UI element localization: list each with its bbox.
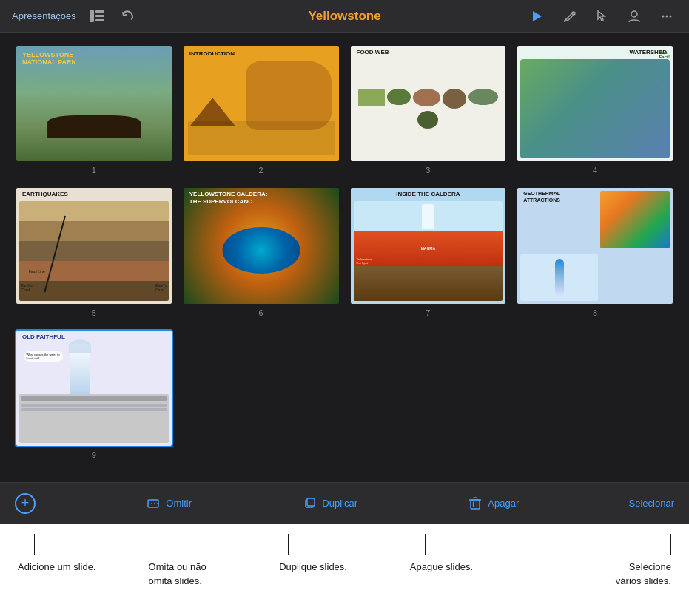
svg-rect-1 [95,10,104,13]
slide-thumb-2[interactable]: INTRODUCTION [182,44,340,163]
slide-number-9: 9 [92,450,96,459]
slide-number-4: 4 [593,166,597,175]
slide-item-7[interactable]: INSIDE THE CALDERA MAGMA YellowstoneHot … [349,186,508,317]
slide-thumb-7[interactable]: INSIDE THE CALDERA MAGMA YellowstoneHot … [349,186,508,305]
slide-item-8[interactable]: GEOTHERMALATTRACTIONS 8 [516,186,674,317]
slide-item-2[interactable]: INTRODUCTION 2 [182,44,340,175]
slide-item-5[interactable]: EARTHQUAKES Fault Line Earth'sCrust Eart… [15,186,173,317]
delete-label: Apagar [488,498,519,509]
tooltip-add: Adicione um slide. [18,534,149,575]
svg-rect-0 [90,10,94,22]
back-button[interactable]: Apresentações [12,10,76,21]
tooltip-delete-text: Apague slides. [410,561,473,575]
svg-rect-3 [95,19,104,21]
slide-thumb-1[interactable]: YELLOWSTONENATIONAL PARK [15,44,173,163]
slide-item-6[interactable]: YELLOWSTONE CALDERA:THE SUPERVOLCANO 6 [182,186,340,317]
bottom-toolbar: + Omitir Duplicar [0,482,689,524]
tooltip-select-text: Selecione vários slides. [616,561,671,589]
undo-button[interactable] [118,6,138,27]
slide-number-7: 7 [426,308,430,317]
top-bar: Apresentações Yellowstone [0,0,689,33]
delete-button[interactable]: Apagar [467,495,519,512]
slide-number-3: 3 [426,166,430,175]
add-slide-icon: + [15,493,36,514]
tooltip-duplicate-text: Duplique slides. [279,561,347,575]
top-bar-right [526,6,677,27]
tooltip-duplicate: Duplique slides. [279,534,410,575]
slide-number-1: 1 [92,166,96,175]
svg-rect-15 [471,500,480,509]
delete-icon [467,495,483,512]
svg-point-8 [666,15,668,17]
tooltip-delete: Apague slides. [410,534,541,575]
slide-grid-area: YELLOWSTONENATIONAL PARK 1 INTRODUCTION … [0,33,689,482]
tooltip-omit-text: Omita ou não omita slides. [149,561,206,589]
slide-item-4[interactable]: WATERSHED FunFact! 4 [516,44,674,175]
omit-label: Omitir [166,498,192,509]
slide-number-2: 2 [259,166,263,175]
omit-button[interactable]: Omitir [145,495,192,512]
slide-thumb-6[interactable]: YELLOWSTONE CALDERA:THE SUPERVOLCANO [182,186,340,305]
svg-point-9 [670,15,672,17]
slide-item-9[interactable]: OLD FAITHFUL What causes the water to bu… [15,329,173,459]
slide-number-6: 6 [259,308,263,317]
select-button[interactable]: Selecionar [629,498,674,509]
slide-number-8: 8 [593,308,597,317]
svg-rect-11 [148,500,158,507]
svg-rect-2 [95,15,104,17]
add-slide-button[interactable]: + [15,493,36,514]
sidebar-toggle-button[interactable] [87,6,107,27]
slide-thumb-3[interactable]: FOOD WEB [349,44,508,163]
slide-thumb-4[interactable]: WATERSHED FunFact! [516,44,674,163]
duplicate-button[interactable]: Duplicar [301,495,357,512]
select-label: Selecionar [629,498,674,509]
slide-item-3[interactable]: FOOD WEB 3 [349,44,508,175]
tooltip-area: Adicione um slide. Omita ou não omita sl… [0,524,689,616]
collaborate-button[interactable] [624,6,645,27]
presentation-title: Yellowstone [308,9,380,24]
more-button[interactable] [656,6,677,27]
svg-rect-14 [307,498,315,506]
slide-thumb-5[interactable]: EARTHQUAKES Fault Line Earth'sCrust Eart… [15,186,173,305]
play-button[interactable] [526,6,547,27]
slide-number-5: 5 [92,308,96,317]
slide-thumb-8[interactable]: GEOTHERMALATTRACTIONS [516,186,674,305]
omit-icon [145,495,161,512]
duplicate-label: Duplicar [322,498,357,509]
slide-item-1[interactable]: YELLOWSTONENATIONAL PARK 1 [15,44,173,175]
pointer-button[interactable] [591,6,612,27]
annotate-button[interactable] [559,6,579,27]
slide-thumb-9[interactable]: OLD FAITHFUL What causes the water to bu… [15,329,173,447]
slide-grid: YELLOWSTONENATIONAL PARK 1 INTRODUCTION … [15,44,674,459]
svg-marker-4 [533,11,542,21]
bison-decoration [47,115,141,138]
top-bar-left: Apresentações [12,6,138,27]
tooltip-add-text: Adicione um slide. [18,561,96,575]
tooltip-select: Selecione vários slides. [540,534,671,589]
svg-point-10 [662,15,665,17]
duplicate-icon [301,495,317,512]
svg-point-7 [631,11,637,17]
tooltip-omit: Omita ou não omita slides. [149,534,280,589]
